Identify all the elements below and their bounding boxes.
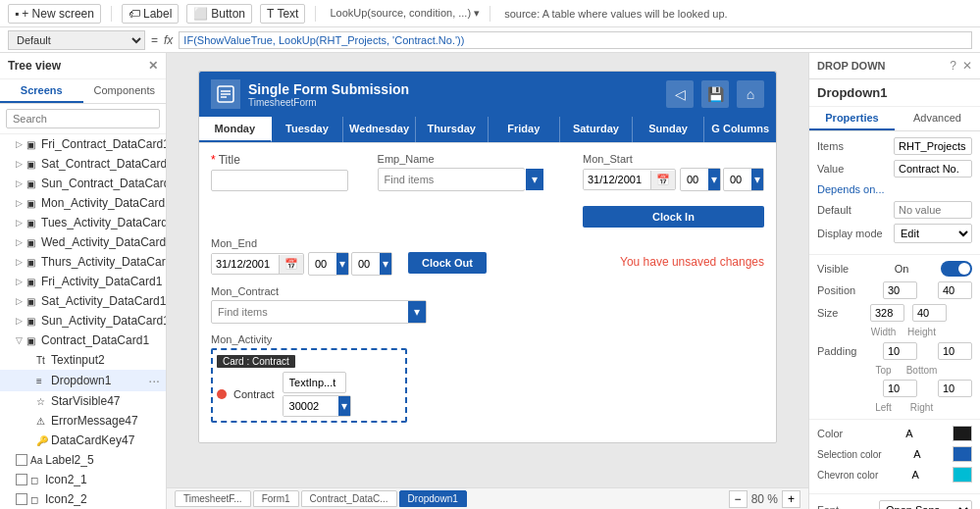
title-input[interactable] <box>211 170 348 191</box>
sidebar-item-label2-5[interactable]: Aa Label2_5 <box>0 450 166 470</box>
checkbox-label2-5[interactable] <box>16 454 27 466</box>
contract-value-input[interactable] <box>284 396 338 416</box>
sidebar-item-fri-contract[interactable]: ▷ ▣ Fri_Contract_DataCard1 <box>0 134 166 154</box>
scope-selector[interactable]: Default <box>8 30 145 50</box>
sidebar-item-dropdown1[interactable]: ≡ Dropdown1 ··· <box>0 370 166 391</box>
emp-name-input[interactable] <box>379 170 526 189</box>
mon-contract-input[interactable] <box>212 302 408 322</box>
tab-saturday[interactable]: Saturday <box>560 117 633 142</box>
size-w-input[interactable] <box>870 304 904 322</box>
sidebar-item-fri-activity[interactable]: ▷ ▣ Fri_Activity_DataCard1 <box>0 272 166 291</box>
more-options-button[interactable]: ··· <box>148 373 160 388</box>
button-button[interactable]: ⬜ Button <box>186 4 252 24</box>
font-label: Font <box>817 504 866 509</box>
label-button[interactable]: 🏷 Label <box>122 4 179 24</box>
sidebar-search-input[interactable] <box>6 109 160 128</box>
padding-left-input[interactable] <box>883 380 917 397</box>
sidebar-tabs: Screens Components <box>0 79 166 104</box>
emp-name-dropdown-arrow[interactable]: ▾ <box>526 169 543 190</box>
bottom-tab-form1[interactable]: Form1 <box>253 490 299 507</box>
default-input[interactable] <box>894 201 972 219</box>
save-button[interactable]: 💾 <box>701 80 729 108</box>
time-arrow-1[interactable]: ▾ <box>708 169 720 190</box>
tab-friday[interactable]: Friday <box>489 117 561 142</box>
panel-tab-properties[interactable]: Properties <box>809 107 895 130</box>
tab-wednesday[interactable]: Wednesday <box>343 117 416 142</box>
mon-start-date-field[interactable] <box>584 170 650 189</box>
padding-bottom-input[interactable] <box>938 342 972 360</box>
sidebar-item-icon2-2[interactable]: ◻ Icon2_2 <box>0 489 166 509</box>
calendar-icon[interactable]: 📅 <box>650 171 675 189</box>
mon-end-date-field[interactable] <box>212 254 279 274</box>
close-icon[interactable]: ✕ <box>148 59 158 73</box>
zoom-in-button[interactable]: + <box>782 490 800 508</box>
color-picker[interactable] <box>953 426 972 441</box>
bottom-tab-timesheet[interactable]: TimesheetF... <box>175 490 251 507</box>
sidebar-item-sat-contract[interactable]: ▷ ▣ Sat_Contract_DataCard1 <box>0 154 166 174</box>
sidebar-item-datacardkey47[interactable]: 🔑 DataCardKey47 <box>0 431 166 450</box>
sidebar-item-tues-activity[interactable]: ▷ ▣ Tues_Activity_DataCard1 <box>0 213 166 232</box>
items-input[interactable] <box>894 137 972 155</box>
text-button[interactable]: T Text <box>260 4 305 24</box>
sidebar-item-sat-activity[interactable]: ▷ ▣ Sat_Activity_DataCard1 <box>0 291 166 311</box>
padding-right-input[interactable] <box>938 380 972 397</box>
sidebar-item-thurs-activity[interactable]: ▷ ▣ Thurs_Activity_DataCard1 <box>0 252 166 272</box>
mon-contract-arrow[interactable]: ▾ <box>408 301 426 323</box>
padding-top-input[interactable] <box>883 342 917 360</box>
position-x-input[interactable] <box>883 281 917 299</box>
required-mark: * <box>211 153 216 167</box>
expand-icon: ▷ <box>16 237 24 247</box>
depends-on-link[interactable]: Depends on... <box>817 183 885 195</box>
padding-label: Padding <box>817 345 866 357</box>
sidebar-item-sun-activity[interactable]: ▷ ▣ Sun_Activity_DataCard1 <box>0 311 166 331</box>
help-icon[interactable]: ? <box>950 59 956 73</box>
position-y-input[interactable] <box>938 281 972 299</box>
panel-close-icon[interactable]: ✕ <box>962 59 972 73</box>
new-screen-button[interactable]: ▪ + New screen <box>8 4 101 24</box>
tab-gcolumns[interactable]: G Columns <box>704 117 776 142</box>
size-h-input[interactable] <box>912 304 947 322</box>
panel-tab-advanced[interactable]: Advanced <box>895 107 980 130</box>
selection-color-picker[interactable] <box>953 446 972 462</box>
zoom-out-button[interactable]: − <box>729 490 748 508</box>
bottom-tab-dropdown[interactable]: Dropdown1 <box>399 490 467 507</box>
time-arrow-3[interactable]: ▾ <box>336 253 348 275</box>
time-arrow-4[interactable]: ▾ <box>380 253 391 275</box>
time-m2[interactable] <box>352 254 380 274</box>
time-arrow-2[interactable]: ▾ <box>751 169 763 190</box>
contract-dropdown-arrow[interactable]: ▾ <box>338 396 350 416</box>
sidebar-item-mon-activity[interactable]: ▷ ▣ Mon_Activity_DataCard1 <box>0 193 166 213</box>
tab-thursday[interactable]: Thursday <box>416 117 489 142</box>
chevron-color-label: Chevron color <box>817 470 878 481</box>
time-h1[interactable] <box>681 170 708 189</box>
checkbox-icon2-2[interactable] <box>16 493 27 505</box>
bottom-tab-contract[interactable]: Contract_DataC... <box>301 490 397 507</box>
tab-tuesday[interactable]: Tuesday <box>272 117 344 142</box>
clock-out-button[interactable]: Clock Out <box>408 252 487 274</box>
font-select[interactable]: Open Sans <box>879 500 972 509</box>
value-input[interactable] <box>894 160 972 178</box>
home-button[interactable]: ⌂ <box>737 80 764 108</box>
time-h2[interactable] <box>309 254 336 274</box>
calendar-icon-end[interactable]: 📅 <box>279 255 303 274</box>
tab-monday[interactable]: Monday <box>199 117 272 142</box>
sidebar-item-contract-card[interactable]: ▽ ▣ Contract_DataCard1 <box>0 331 166 350</box>
display-mode-select[interactable]: Edit <box>894 224 972 243</box>
clock-in-button[interactable]: Clock In <box>583 206 764 228</box>
checkbox-icon2-1[interactable] <box>16 474 27 485</box>
back-button[interactable]: ◁ <box>666 80 694 108</box>
sidebar-item-wed-activity[interactable]: ▷ ▣ Wed_Activity_DataCard1 <box>0 232 166 252</box>
sidebar-item-errormessage47[interactable]: ⚠ ErrorMessage47 <box>0 411 166 431</box>
tab-components[interactable]: Components <box>83 79 167 103</box>
sidebar-item-starvisible47[interactable]: ☆ StarVisible47 <box>0 391 166 411</box>
visible-toggle[interactable] <box>941 261 972 277</box>
contract-textinput[interactable] <box>283 372 346 393</box>
sidebar-item-sun-contract[interactable]: ▷ ▣ Sun_Contract_DataCard1 <box>0 174 166 193</box>
formula-input[interactable] <box>179 31 972 49</box>
chevron-color-picker[interactable] <box>953 467 972 483</box>
tab-screens[interactable]: Screens <box>0 79 83 103</box>
sidebar-item-icon2-1[interactable]: ◻ Icon2_1 <box>0 470 166 489</box>
sidebar-item-textinput2[interactable]: Tt Textinput2 <box>0 350 166 370</box>
time-m1[interactable] <box>724 170 751 189</box>
tab-sunday[interactable]: Sunday <box>633 117 705 142</box>
